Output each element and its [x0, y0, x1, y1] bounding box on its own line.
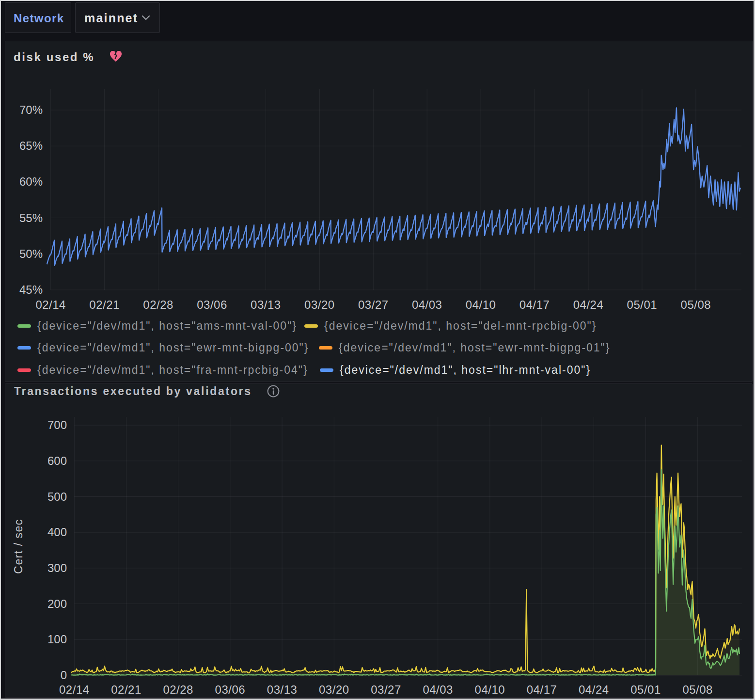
- svg-text:05/01: 05/01: [627, 298, 658, 311]
- svg-text:03/20: 03/20: [304, 298, 335, 311]
- svg-text:55%: 55%: [19, 211, 43, 224]
- svg-text:04/03: 04/03: [412, 298, 442, 311]
- svg-text:04/24: 04/24: [579, 683, 609, 696]
- svg-text:500: 500: [47, 490, 67, 503]
- svg-text:70%: 70%: [19, 103, 43, 116]
- svg-text:03/06: 03/06: [197, 298, 227, 311]
- svg-text:03/20: 03/20: [319, 683, 349, 696]
- svg-text:03/13: 03/13: [267, 683, 298, 696]
- svg-text:05/01: 05/01: [630, 683, 661, 696]
- svg-text:400: 400: [47, 525, 67, 539]
- svg-text:02/21: 02/21: [111, 683, 142, 696]
- svg-text:Cert / sec: Cert / sec: [12, 519, 25, 573]
- svg-text:600: 600: [47, 454, 67, 467]
- svg-text:03/27: 03/27: [371, 683, 401, 696]
- svg-text:05/08: 05/08: [681, 298, 711, 311]
- svg-text:02/28: 02/28: [163, 683, 193, 696]
- svg-text:04/24: 04/24: [573, 298, 604, 311]
- svg-text:200: 200: [47, 597, 67, 610]
- svg-text:03/27: 03/27: [358, 298, 389, 311]
- svg-text:04/17: 04/17: [527, 683, 557, 696]
- svg-text:04/10: 04/10: [475, 683, 505, 696]
- svg-text:60%: 60%: [19, 175, 43, 188]
- svg-text:02/14: 02/14: [35, 298, 66, 311]
- svg-text:100: 100: [47, 633, 67, 646]
- svg-text:65%: 65%: [19, 139, 43, 152]
- svg-text:300: 300: [47, 561, 67, 574]
- svg-text:03/13: 03/13: [251, 298, 281, 311]
- svg-text:50%: 50%: [19, 247, 43, 260]
- svg-text:700: 700: [47, 418, 67, 431]
- svg-text:0: 0: [61, 668, 67, 682]
- svg-text:02/28: 02/28: [143, 298, 173, 311]
- svg-text:04/10: 04/10: [466, 298, 496, 311]
- svg-text:02/21: 02/21: [89, 298, 120, 311]
- svg-text:02/14: 02/14: [59, 683, 90, 696]
- svg-text:45%: 45%: [19, 283, 43, 296]
- svg-text:04/03: 04/03: [423, 683, 453, 696]
- svg-text:03/06: 03/06: [215, 683, 246, 696]
- svg-text:05/08: 05/08: [682, 683, 713, 696]
- svg-text:04/17: 04/17: [519, 298, 550, 311]
